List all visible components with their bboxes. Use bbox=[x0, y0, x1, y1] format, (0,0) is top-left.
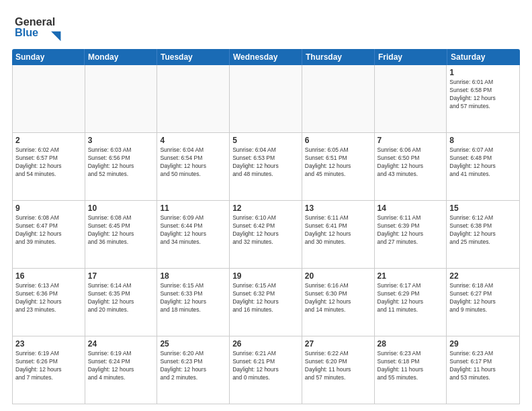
cal-cell: 18Sunrise: 6:15 AMSunset: 6:33 PMDayligh… bbox=[157, 269, 230, 336]
header: General Blue bbox=[12, 12, 520, 42]
day-number: 3 bbox=[88, 135, 154, 146]
cell-info: Sunrise: 6:01 AMSunset: 6:58 PMDaylight:… bbox=[449, 79, 517, 111]
day-number: 27 bbox=[305, 338, 371, 349]
cell-info: Sunrise: 6:09 AMSunset: 6:44 PMDaylight:… bbox=[160, 214, 226, 246]
day-number: 18 bbox=[160, 271, 226, 281]
cal-row-3: 9Sunrise: 6:08 AMSunset: 6:47 PMDaylight… bbox=[13, 201, 519, 269]
day-number: 28 bbox=[378, 338, 444, 349]
day-number: 16 bbox=[15, 271, 82, 281]
logo: General Blue bbox=[12, 12, 73, 42]
day-number: 7 bbox=[378, 135, 444, 146]
cell-info: Sunrise: 6:08 AMSunset: 6:47 PMDaylight:… bbox=[15, 214, 82, 246]
cal-cell: 7Sunrise: 6:06 AMSunset: 6:50 PMDaylight… bbox=[375, 133, 447, 200]
cell-info: Sunrise: 6:23 AMSunset: 6:18 PMDaylight:… bbox=[378, 350, 444, 382]
svg-marker-2 bbox=[51, 32, 60, 41]
cell-info: Sunrise: 6:13 AMSunset: 6:36 PMDaylight:… bbox=[15, 282, 82, 314]
day-number: 4 bbox=[160, 135, 226, 146]
cal-cell bbox=[157, 65, 230, 132]
header-day-tuesday: Tuesday bbox=[157, 49, 230, 65]
svg-text:General: General bbox=[15, 15, 55, 28]
day-number: 8 bbox=[449, 135, 517, 146]
header-day-saturday: Saturday bbox=[447, 49, 520, 65]
cal-cell: 13Sunrise: 6:11 AMSunset: 6:41 PMDayligh… bbox=[302, 201, 375, 268]
day-number: 29 bbox=[449, 338, 517, 349]
day-number: 14 bbox=[378, 203, 444, 214]
cal-cell: 23Sunrise: 6:19 AMSunset: 6:26 PMDayligh… bbox=[13, 336, 85, 404]
cell-info: Sunrise: 6:10 AMSunset: 6:42 PMDaylight:… bbox=[232, 214, 299, 246]
cal-cell bbox=[230, 65, 302, 132]
day-number: 20 bbox=[305, 271, 371, 281]
cell-info: Sunrise: 6:11 AMSunset: 6:41 PMDaylight:… bbox=[305, 214, 371, 246]
cell-info: Sunrise: 6:15 AMSunset: 6:33 PMDaylight:… bbox=[160, 282, 226, 314]
cal-cell: 20Sunrise: 6:16 AMSunset: 6:30 PMDayligh… bbox=[302, 269, 375, 336]
day-number: 15 bbox=[449, 203, 517, 214]
cell-info: Sunrise: 6:06 AMSunset: 6:50 PMDaylight:… bbox=[378, 146, 444, 179]
day-number: 10 bbox=[88, 203, 154, 214]
cell-info: Sunrise: 6:14 AMSunset: 6:35 PMDaylight:… bbox=[88, 282, 154, 314]
day-number: 13 bbox=[305, 203, 371, 214]
cal-cell: 26Sunrise: 6:21 AMSunset: 6:21 PMDayligh… bbox=[230, 336, 302, 404]
cell-info: Sunrise: 6:12 AMSunset: 6:38 PMDaylight:… bbox=[449, 214, 517, 246]
cal-cell: 16Sunrise: 6:13 AMSunset: 6:36 PMDayligh… bbox=[13, 269, 85, 336]
cal-cell: 4Sunrise: 6:04 AMSunset: 6:54 PMDaylight… bbox=[157, 133, 230, 200]
day-number: 2 bbox=[15, 135, 82, 146]
cal-cell: 9Sunrise: 6:08 AMSunset: 6:47 PMDaylight… bbox=[13, 201, 85, 268]
cal-cell: 6Sunrise: 6:05 AMSunset: 6:51 PMDaylight… bbox=[302, 133, 375, 200]
header-day-sunday: Sunday bbox=[12, 49, 85, 65]
cal-cell: 12Sunrise: 6:10 AMSunset: 6:42 PMDayligh… bbox=[230, 201, 302, 268]
cal-cell bbox=[13, 65, 85, 132]
cell-info: Sunrise: 6:07 AMSunset: 6:48 PMDaylight:… bbox=[449, 146, 517, 179]
cell-info: Sunrise: 6:19 AMSunset: 6:24 PMDaylight:… bbox=[88, 350, 154, 382]
cal-cell: 3Sunrise: 6:03 AMSunset: 6:56 PMDaylight… bbox=[85, 133, 158, 200]
cal-cell: 15Sunrise: 6:12 AMSunset: 6:38 PMDayligh… bbox=[447, 201, 519, 268]
cal-cell: 10Sunrise: 6:08 AMSunset: 6:45 PMDayligh… bbox=[85, 201, 158, 268]
cal-cell: 27Sunrise: 6:22 AMSunset: 6:20 PMDayligh… bbox=[302, 336, 375, 404]
day-number: 17 bbox=[88, 271, 154, 281]
day-number: 22 bbox=[449, 271, 517, 281]
cell-info: Sunrise: 6:18 AMSunset: 6:27 PMDaylight:… bbox=[449, 282, 517, 314]
day-number: 24 bbox=[88, 338, 154, 349]
cal-row-5: 23Sunrise: 6:19 AMSunset: 6:26 PMDayligh… bbox=[13, 336, 519, 404]
cell-info: Sunrise: 6:03 AMSunset: 6:56 PMDaylight:… bbox=[88, 146, 154, 179]
cal-cell: 29Sunrise: 6:23 AMSunset: 6:17 PMDayligh… bbox=[447, 336, 519, 404]
cal-cell: 25Sunrise: 6:20 AMSunset: 6:23 PMDayligh… bbox=[157, 336, 230, 404]
header-day-thursday: Thursday bbox=[302, 49, 375, 65]
day-number: 6 bbox=[305, 135, 371, 146]
calendar-header: SundayMondayTuesdayWednesdayThursdayFrid… bbox=[12, 49, 520, 65]
cal-cell: 22Sunrise: 6:18 AMSunset: 6:27 PMDayligh… bbox=[447, 269, 519, 336]
svg-text:Blue: Blue bbox=[15, 26, 38, 38]
cal-cell: 5Sunrise: 6:04 AMSunset: 6:53 PMDaylight… bbox=[230, 133, 302, 200]
cal-cell: 24Sunrise: 6:19 AMSunset: 6:24 PMDayligh… bbox=[85, 336, 158, 404]
cal-cell: 21Sunrise: 6:17 AMSunset: 6:29 PMDayligh… bbox=[375, 269, 447, 336]
calendar: SundayMondayTuesdayWednesdayThursdayFrid… bbox=[12, 49, 520, 404]
day-number: 12 bbox=[232, 203, 299, 214]
cal-row-4: 16Sunrise: 6:13 AMSunset: 6:36 PMDayligh… bbox=[13, 269, 519, 336]
day-number: 1 bbox=[449, 67, 517, 78]
cal-row-1: 1Sunrise: 6:01 AMSunset: 6:58 PMDaylight… bbox=[13, 65, 519, 133]
cal-cell bbox=[375, 65, 447, 132]
cell-info: Sunrise: 6:19 AMSunset: 6:26 PMDaylight:… bbox=[15, 350, 82, 382]
day-number: 9 bbox=[15, 203, 82, 214]
cal-cell: 28Sunrise: 6:23 AMSunset: 6:18 PMDayligh… bbox=[375, 336, 447, 404]
day-number: 21 bbox=[378, 271, 444, 281]
cell-info: Sunrise: 6:05 AMSunset: 6:51 PMDaylight:… bbox=[305, 146, 371, 179]
cell-info: Sunrise: 6:04 AMSunset: 6:53 PMDaylight:… bbox=[232, 146, 299, 179]
cell-info: Sunrise: 6:16 AMSunset: 6:30 PMDaylight:… bbox=[305, 282, 371, 314]
cal-row-2: 2Sunrise: 6:02 AMSunset: 6:57 PMDaylight… bbox=[13, 133, 519, 201]
logo-svg: General Blue bbox=[12, 12, 73, 42]
day-number: 23 bbox=[15, 338, 82, 349]
cal-cell bbox=[302, 65, 375, 132]
cell-info: Sunrise: 6:20 AMSunset: 6:23 PMDaylight:… bbox=[160, 350, 226, 382]
cal-cell: 8Sunrise: 6:07 AMSunset: 6:48 PMDaylight… bbox=[447, 133, 519, 200]
header-day-friday: Friday bbox=[375, 49, 447, 65]
cell-info: Sunrise: 6:08 AMSunset: 6:45 PMDaylight:… bbox=[88, 214, 154, 246]
page: General Blue SundayMondayTuesdayWednesda… bbox=[0, 0, 532, 411]
cell-info: Sunrise: 6:22 AMSunset: 6:20 PMDaylight:… bbox=[305, 350, 371, 382]
cal-cell bbox=[85, 65, 158, 132]
cell-info: Sunrise: 6:21 AMSunset: 6:21 PMDaylight:… bbox=[232, 350, 299, 382]
cell-info: Sunrise: 6:11 AMSunset: 6:39 PMDaylight:… bbox=[378, 214, 444, 246]
day-number: 11 bbox=[160, 203, 226, 214]
cell-info: Sunrise: 6:02 AMSunset: 6:57 PMDaylight:… bbox=[15, 146, 82, 179]
cal-cell: 1Sunrise: 6:01 AMSunset: 6:58 PMDaylight… bbox=[447, 65, 519, 132]
cell-info: Sunrise: 6:23 AMSunset: 6:17 PMDaylight:… bbox=[449, 350, 517, 382]
